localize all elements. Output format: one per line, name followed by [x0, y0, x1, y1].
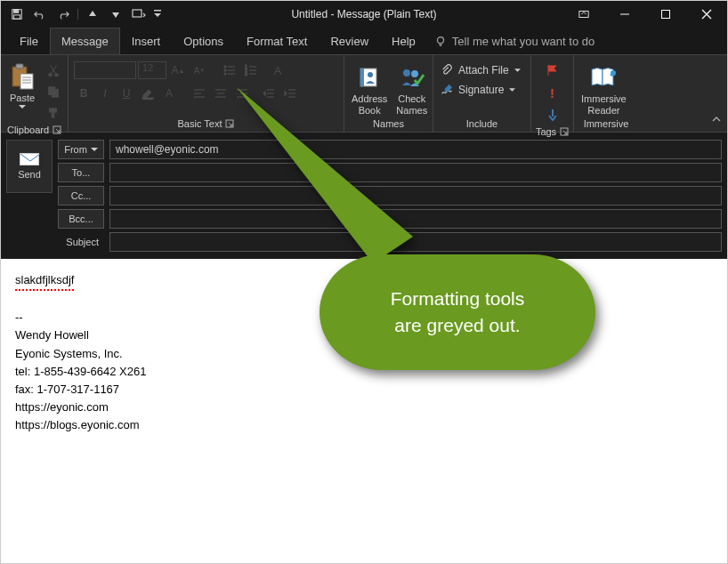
font-name-dropdown: [74, 61, 136, 79]
immersive-reader-button[interactable]: Immersive Reader: [579, 60, 628, 115]
svg-point-60: [611, 70, 616, 76]
signature-fax: fax: 1-707-317-1167: [15, 381, 713, 399]
high-importance-icon[interactable]: !: [543, 83, 562, 102]
tab-message[interactable]: Message: [50, 28, 120, 54]
subject-label: Subject: [58, 232, 104, 252]
copy-icon: [44, 82, 63, 101]
grow-font-icon: A▲: [168, 60, 188, 80]
paste-label: Paste: [10, 93, 35, 103]
svg-rect-4: [154, 10, 161, 12]
tab-review[interactable]: Review: [319, 28, 380, 54]
title-bar: Untitled - Message (Plain Text): [1, 1, 727, 28]
callout-line1: Formatting tools: [391, 286, 525, 312]
send-button[interactable]: Send: [6, 140, 53, 193]
svg-rect-23: [50, 109, 57, 112]
from-button[interactable]: From: [58, 140, 104, 159]
tell-me-label: Tell me what you want to do: [452, 35, 595, 48]
immersive-group-label: Immersive: [584, 118, 629, 129]
signature-button[interactable]: Signature: [441, 82, 515, 98]
tab-format-text[interactable]: Format Text: [235, 28, 319, 54]
shrink-font-icon: A▼: [190, 60, 209, 80]
send-label: Send: [18, 169, 41, 180]
svg-point-20: [55, 74, 59, 77]
svg-rect-37: [142, 98, 153, 100]
tab-insert[interactable]: Insert: [120, 28, 173, 54]
svg-point-25: [224, 66, 226, 68]
svg-rect-1: [14, 10, 19, 13]
immersive-reader-label: Immersive Reader: [581, 93, 627, 115]
tab-options[interactable]: Options: [172, 28, 235, 54]
format-painter-icon: [44, 103, 63, 123]
maximize-icon[interactable]: [645, 1, 686, 28]
dialog-launcher-icon[interactable]: [53, 125, 61, 134]
svg-point-10: [437, 37, 443, 44]
callout-line2: are greyed out.: [394, 312, 520, 339]
from-label: From: [64, 144, 87, 155]
ribbon-tabs: File Message Insert Options Format Text …: [1, 28, 727, 54]
align-left-icon: [190, 84, 209, 103]
cc-button[interactable]: Cc...: [58, 186, 104, 205]
tab-file[interactable]: File: [8, 28, 50, 54]
bulb-icon: [434, 35, 447, 47]
tell-me-search[interactable]: Tell me what you want to do: [434, 28, 595, 54]
minimize-icon[interactable]: [604, 1, 645, 28]
svg-rect-14: [16, 64, 23, 68]
low-importance-icon[interactable]: [543, 105, 562, 125]
highlight-icon: [138, 84, 158, 103]
qat-dropdown-icon[interactable]: [151, 4, 164, 25]
svg-rect-2: [14, 15, 20, 19]
svg-rect-22: [52, 89, 58, 97]
svg-rect-3: [133, 10, 142, 17]
tab-help[interactable]: Help: [380, 28, 427, 54]
window-title: Untitled - Message (Plain Text): [291, 8, 436, 20]
attach-file-label: Attach File: [458, 64, 509, 77]
svg-rect-15: [20, 74, 33, 89]
customize-qat-icon[interactable]: [128, 4, 150, 25]
chevron-down-icon: [91, 148, 98, 152]
font-color-icon: A: [159, 84, 179, 103]
chevron-down-icon: [509, 88, 515, 93]
quick-access-toolbar: [1, 4, 164, 25]
paste-button[interactable]: Paste: [6, 59, 38, 109]
dialog-launcher-icon[interactable]: [560, 127, 569, 136]
undo-icon[interactable]: [29, 4, 51, 25]
close-icon[interactable]: [686, 1, 727, 28]
signature-icon: [441, 84, 453, 96]
svg-rect-7: [662, 11, 670, 19]
bold-icon: B: [74, 84, 93, 103]
ribbon-display-icon[interactable]: [563, 1, 604, 28]
paperclip-icon: [441, 64, 453, 77]
include-group-label: Include: [466, 118, 497, 129]
svg-point-19: [49, 74, 53, 77]
cut-icon: [44, 60, 63, 80]
underline-icon: U: [117, 84, 136, 103]
italic-icon: I: [95, 84, 115, 103]
to-button[interactable]: To...: [58, 163, 104, 182]
envelope-icon: [20, 153, 39, 165]
chevron-down-icon: [19, 105, 26, 109]
bcc-button[interactable]: Bcc...: [58, 209, 104, 229]
svg-point-27: [224, 69, 226, 71]
paste-icon: [8, 62, 36, 91]
signature-label: Signature: [458, 84, 504, 96]
basic-text-group-label: Basic Text: [178, 118, 222, 129]
previous-icon[interactable]: [82, 4, 103, 25]
signature-url2: https://blogs.eyonic.com: [15, 416, 713, 434]
tags-group-label: Tags: [536, 126, 556, 137]
attach-file-button[interactable]: Attach File: [441, 62, 521, 78]
follow-up-flag-icon[interactable]: [543, 60, 562, 80]
clipboard-group-label: Clipboard: [7, 125, 49, 135]
chevron-down-icon: [514, 68, 521, 73]
annotation-callout: Formatting tools are greyed out.: [320, 214, 595, 375]
signature-url1: https://eyonic.com: [15, 399, 713, 416]
collapse-ribbon-icon[interactable]: [711, 112, 722, 128]
redo-icon[interactable]: [53, 4, 74, 25]
next-icon[interactable]: [105, 4, 126, 25]
font-size-dropdown: 12: [138, 61, 166, 79]
svg-point-29: [224, 73, 226, 75]
save-icon[interactable]: [6, 4, 28, 25]
immersive-reader-icon: [589, 63, 618, 92]
body-text-misspelled: slakdfjlksdjf: [15, 271, 74, 291]
